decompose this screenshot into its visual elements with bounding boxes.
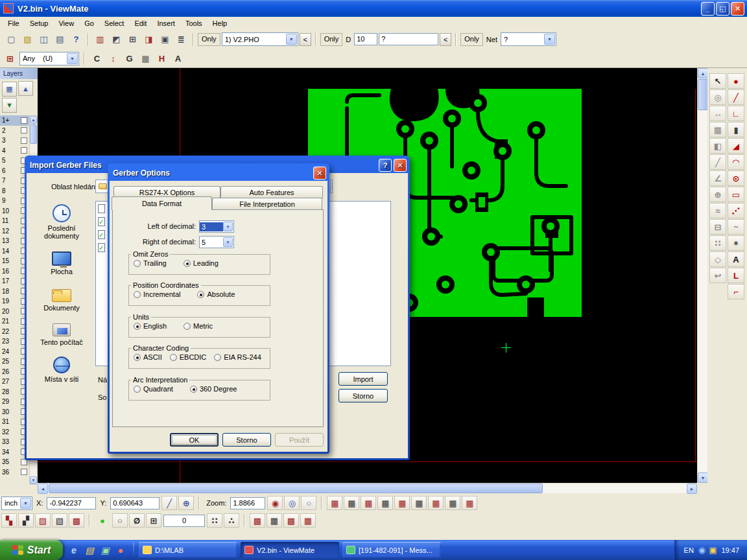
array-icon[interactable]: ∷ [709, 235, 726, 251]
fill-mode-icon[interactable]: ▦ [138, 51, 153, 66]
zoom-window-icon[interactable]: ◎ [284, 496, 300, 510]
layer-color-swatch[interactable] [21, 147, 27, 154]
grid-settings-icon[interactable]: ⊞ [3, 51, 18, 66]
text-tool-icon[interactable]: A [728, 251, 744, 267]
draw-mode-icon[interactable]: ▞ [18, 513, 34, 528]
print-icon[interactable]: ▤ [53, 32, 67, 47]
close-icon[interactable]: ✕ [313, 167, 326, 180]
round-aperture-icon[interactable]: ○ [112, 513, 128, 528]
close-button[interactable]: ✕ [731, 2, 744, 16]
sort-layers-icon[interactable]: ↕ [106, 51, 121, 66]
layer-row-4[interactable]: 4 [0, 146, 29, 156]
radio-360-degree[interactable]: 360 Degree [190, 385, 237, 393]
hook-tool-icon[interactable]: ⌐ [728, 284, 744, 299]
dcode-grid-icon-4[interactable]: ▦ [377, 496, 393, 510]
zoom-out-icon[interactable]: ○ [301, 496, 316, 510]
radio-absolute[interactable]: Absolute [197, 290, 235, 298]
explorer-icon[interactable]: ▤ [84, 544, 95, 556]
pad-pattern-icon-3[interactable]: ▩ [283, 513, 299, 528]
taskbar-button-v2-bin-viewmate[interactable]: V2.bin - ViewMate [241, 542, 339, 558]
aperture-list-icon[interactable]: ▣ [158, 32, 172, 47]
only-layer-toggle[interactable]: Only [198, 33, 220, 46]
scroll-right-icon[interactable]: ► [687, 484, 697, 494]
snap-icon[interactable]: ⊕ [709, 187, 726, 202]
gerber-dialog-title-bar[interactable]: Gerber Options ✕ [110, 165, 327, 181]
radio-leading[interactable]: Leading [184, 259, 219, 267]
layer-color-swatch[interactable] [21, 137, 27, 144]
left-of-decimal-combo[interactable]: 3 ▼ [199, 220, 234, 233]
right-of-decimal-combo[interactable]: 5 ▼ [199, 236, 234, 248]
menu-edit[interactable]: Edit [129, 18, 152, 29]
scrollbar-thumb[interactable] [698, 79, 708, 110]
dots-dense-icon[interactable]: ∴ [224, 513, 239, 528]
radio-metric[interactable]: Metric [184, 322, 213, 330]
scroll-down-icon[interactable]: ▼ [698, 472, 708, 483]
ok-button[interactable]: OK [170, 433, 219, 447]
highlight-dcodes-icon[interactable]: ▥ [93, 32, 108, 47]
layer-table-icon[interactable]: ▦ [2, 82, 17, 97]
flash-mode-icon[interactable]: ▚ [1, 513, 17, 528]
dcode-grid-icon-6[interactable]: ▦ [411, 496, 427, 510]
cancel-button[interactable]: Storno [222, 433, 271, 447]
place-dokumenty[interactable]: Dokumenty [30, 285, 93, 312]
layer-color-swatch[interactable] [21, 469, 27, 475]
file-item-icon[interactable]: ✓ [98, 217, 105, 226]
layer-color-swatch[interactable] [21, 127, 27, 134]
dots-sparse-icon[interactable]: ∷ [207, 513, 222, 528]
count-field[interactable]: 0 [163, 515, 205, 527]
zoom-in-icon[interactable]: ◉ [267, 496, 283, 510]
show-desktop-icon[interactable]: ▣ [99, 544, 111, 556]
place-tento-po-ta[interactable]: Tento počítač [30, 321, 93, 346]
flash-pad-tool-icon[interactable]: ● [728, 73, 744, 89]
text-style-icon[interactable]: A [171, 51, 185, 66]
undo-icon[interactable]: ↩ [709, 268, 726, 283]
pad-mode-icon[interactable]: ▨ [35, 513, 51, 528]
only-net-toggle[interactable]: Only [460, 33, 483, 46]
prev-dcode-button[interactable]: < [440, 33, 451, 46]
tab-auto-features[interactable]: Auto Features [220, 186, 323, 198]
menu-help[interactable]: Help [208, 18, 233, 29]
label-tool-icon[interactable]: L [728, 268, 744, 283]
star-tool-icon[interactable]: ✶ [728, 235, 744, 251]
menu-file[interactable]: File [3, 18, 25, 29]
dcode-grid-icon-2[interactable]: ▦ [344, 496, 359, 510]
line-tool-icon[interactable]: ╱ [728, 89, 744, 105]
radio-quadrant[interactable]: Quadrant [134, 385, 173, 393]
circle-tool-icon[interactable]: ⊙ [728, 170, 744, 186]
clock[interactable]: 19:47 [721, 546, 739, 554]
place-m-sta-v-s-ti[interactable]: Místa v síti [30, 356, 93, 383]
chevron-down-icon[interactable]: ▼ [286, 34, 297, 45]
pointer-icon[interactable]: ↖ [709, 73, 726, 89]
components-icon[interactable]: C [89, 51, 104, 66]
chevron-down-icon[interactable]: ▼ [544, 34, 555, 45]
pad-pattern-icon-4[interactable]: ▦ [300, 513, 316, 528]
taskbar-button-191-482-091-mess[interactable]: [191-482-091] - Mess... [342, 542, 441, 558]
chevron-down-icon[interactable]: ▼ [20, 498, 31, 509]
wave-tool-icon[interactable]: ~ [728, 219, 744, 235]
mirror-tool-icon[interactable]: ◧ [709, 138, 726, 154]
new-file-icon[interactable]: ▢ [4, 32, 19, 47]
select-items-icon[interactable]: ◩ [109, 32, 124, 47]
menu-go[interactable]: Go [79, 18, 99, 29]
taskbar-button-d-mlab[interactable]: D:\MLAB [139, 542, 237, 558]
menu-tools[interactable]: Tools [180, 18, 208, 29]
pad-pattern-icon-1[interactable]: ▩ [250, 513, 265, 528]
file-item-icon[interactable]: ✓ [98, 230, 105, 239]
menu-insert[interactable]: Insert [152, 18, 180, 29]
scrollbar-thumb[interactable] [30, 124, 37, 144]
dcode-grid-icon-3[interactable]: ▦ [361, 496, 376, 510]
step-repeat-icon[interactable]: ⊟ [709, 219, 726, 235]
menu-select[interactable]: Select [99, 18, 130, 29]
radio-ascii[interactable]: ASCII [134, 353, 162, 361]
start-button[interactable]: Start [0, 540, 63, 560]
vertical-scrollbar[interactable]: ▲ ▼ [697, 68, 707, 483]
dotted-tool-icon[interactable]: ⋰ [728, 203, 744, 218]
tab-data-format[interactable]: Data Format [112, 196, 212, 210]
radio-eia-rs-244[interactable]: EIA RS-244 [214, 353, 261, 361]
dcode-grid-icon-5[interactable]: ▦ [394, 496, 410, 510]
angle-tool-icon[interactable]: ∠ [709, 170, 726, 186]
layer-down-icon[interactable]: ▼ [2, 98, 17, 113]
radio-incremental[interactable]: Incremental [134, 290, 180, 298]
layer-combo[interactable]: 1) V2.PHO ▼ [222, 32, 298, 46]
grid-toggle-icon[interactable]: ⊞ [146, 513, 161, 528]
